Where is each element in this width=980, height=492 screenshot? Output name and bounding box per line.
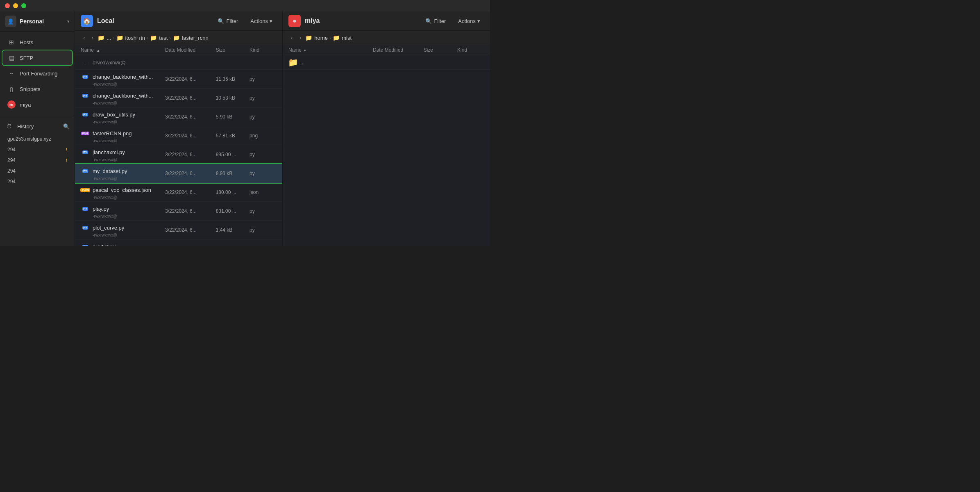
history-item-0[interactable]: gpu253.mistgpu.xyz <box>2 134 72 144</box>
app-body: 👤 Personal ▾ ⊞ Hosts ▤ SFTP ↔ Port Forwa… <box>0 11 490 246</box>
remote-host-icon: ● <box>288 15 301 27</box>
history-item-name-2: 294 <box>7 157 16 163</box>
file-icon-py: PY <box>81 90 90 101</box>
table-row[interactable]: PNG fasterRCNN.png -rwxrwxrwx@ 3/22/2024… <box>75 126 282 145</box>
panes: 🏠 Local 🔍 Filter Actions ▾ ‹ › 📁 ... <box>75 11 490 246</box>
table-row[interactable]: PY plot_curve.py -rwxrwxrwx@ 3/22/2024, … <box>75 221 282 239</box>
local-filter-button[interactable]: 🔍 Filter <box>213 16 242 26</box>
file-icon-py: PY <box>81 241 90 246</box>
sidebar-personal-header[interactable]: 👤 Personal ▾ <box>0 11 75 32</box>
table-row[interactable]: JSON pascal_voc_classes.json -rwxrwxrwx@… <box>75 183 282 202</box>
remote-back-button[interactable]: ‹ <box>288 34 295 42</box>
local-pane-toolbar: 🏠 Local 🔍 Filter Actions ▾ <box>75 11 282 31</box>
history-list: gpu253.mistgpu.xyz 294 ! 294 ! 294 294 <box>0 134 75 187</box>
sidebar: 👤 Personal ▾ ⊞ Hosts ▤ SFTP ↔ Port Forwa… <box>0 11 75 246</box>
search-icon: 🔍 <box>218 18 224 24</box>
remote-actions-button[interactable]: Actions ▾ <box>454 16 484 26</box>
table-row[interactable]: 📁 .. <box>283 55 490 70</box>
folder-parent-icon: 📁 <box>288 57 297 68</box>
local-host-icon: 🏠 <box>81 15 93 27</box>
sidebar-item-label-miya: miya <box>20 102 31 108</box>
personal-icon: 👤 <box>5 16 16 27</box>
local-column-headers: Name ▲ Date Modified Size Kind <box>75 45 282 55</box>
history-item-name-0: gpu253.mistgpu.xyz <box>7 136 51 142</box>
file-icon-json: JSON <box>81 184 90 195</box>
file-icon-py: PY <box>81 109 90 120</box>
local-breadcrumb-bar: ‹ › 📁 ... › 📁 itoshi rin › 📁 test › <box>75 31 282 45</box>
close-button[interactable] <box>5 3 10 8</box>
local-pane: 🏠 Local 🔍 Filter Actions ▾ ‹ › 📁 ... <box>75 11 283 246</box>
hosts-icon: ⊞ <box>7 38 16 46</box>
breadcrumb-sep-4: › <box>329 35 331 41</box>
local-actions-button[interactable]: Actions ▾ <box>246 16 277 26</box>
local-file-list: — drwxrwxrwx@ PY <box>75 55 282 246</box>
col-header-name[interactable]: Name ▲ <box>81 47 165 53</box>
search-icon: 🔍 <box>425 18 432 24</box>
remote-col-header-kind[interactable]: Kind <box>457 47 484 53</box>
remote-col-header-date[interactable]: Date Modified <box>373 47 424 53</box>
local-forward-button[interactable]: › <box>89 34 96 42</box>
history-item-2[interactable]: 294 ! <box>2 155 72 166</box>
history-section-header[interactable]: ⏱ History 🔍 <box>0 119 75 134</box>
maximize-button[interactable] <box>21 3 26 8</box>
sidebar-item-label-hosts: Hosts <box>20 39 33 46</box>
remote-pane-toolbar: ● miya 🔍 Filter Actions ▾ <box>283 11 490 31</box>
local-breadcrumb-test[interactable]: 📁 test <box>150 34 168 41</box>
breadcrumb-sep-3: › <box>169 35 171 41</box>
port-forwarding-icon: ↔ <box>7 69 16 77</box>
file-icon-py: PY <box>81 222 90 233</box>
history-icon: ⏱ <box>5 122 13 130</box>
file-icon-py: PY <box>81 203 90 214</box>
history-item-3[interactable]: 294 <box>2 166 72 176</box>
table-row[interactable]: PY change_backbone_with... -rwxrwxrwx@ 3… <box>75 89 282 107</box>
local-breadcrumb-ellipsis[interactable]: 📁 ... <box>98 34 111 41</box>
remote-pane: ● miya 🔍 Filter Actions ▾ ‹ › 📁 home <box>283 11 490 246</box>
history-item-1[interactable]: 294 ! <box>2 144 72 155</box>
sort-icon: ▲ <box>96 48 100 52</box>
personal-label: Personal <box>20 18 64 25</box>
history-item-name-4: 294 <box>7 179 16 184</box>
sidebar-item-sftp[interactable]: ▤ SFTP <box>2 50 72 65</box>
chevron-down-icon: ▾ <box>67 19 70 24</box>
history-item-badge-1: ! <box>66 147 67 152</box>
remote-file-list: 📁 .. <box>283 55 490 246</box>
remote-breadcrumb-mist[interactable]: 📁 mist <box>333 34 352 41</box>
miya-sidebar-icon: m <box>7 100 16 109</box>
local-host-name: Local <box>97 17 209 25</box>
table-row[interactable]: PY draw_box_utils.py -rwxrwxrwx@ 3/22/20… <box>75 107 282 126</box>
remote-host-name: miya <box>305 17 417 25</box>
table-row[interactable]: PY change_backbone_with... -rwxrwxrwx@ 3… <box>75 70 282 89</box>
col-header-size[interactable]: Size <box>216 47 250 53</box>
table-row[interactable]: PY predict.py -rwxrwxrwx@ 3/22/2024, 6..… <box>75 239 282 246</box>
chevron-down-icon: ▾ <box>270 18 272 24</box>
sftp-icon: ▤ <box>7 54 16 62</box>
local-breadcrumb-itoshi[interactable]: 📁 itoshi rin <box>116 34 145 41</box>
table-row[interactable]: — drwxrwxrwx@ <box>75 55 282 70</box>
minimize-button[interactable] <box>13 3 18 8</box>
sidebar-item-hosts[interactable]: ⊞ Hosts <box>2 35 72 50</box>
history-label: History <box>17 123 59 130</box>
remote-col-header-size[interactable]: Size <box>424 47 457 53</box>
sidebar-item-port-forwarding[interactable]: ↔ Port Forwarding <box>2 66 72 81</box>
history-search-icon[interactable]: 🔍 <box>63 123 70 130</box>
table-row[interactable]: PY play.py -rwxrwxrwx@ 3/22/2024, 6... 8… <box>75 202 282 221</box>
col-header-date[interactable]: Date Modified <box>165 47 216 53</box>
table-row[interactable]: PY my_dataset.py -rwxrwxrwx@ 3/22/2024, … <box>75 164 282 183</box>
table-row[interactable]: PY jianchaxml.py -rwxrwxrwx@ 3/22/2024, … <box>75 145 282 164</box>
sort-icon: ▾ <box>304 48 306 52</box>
snippets-icon: {} <box>7 85 16 93</box>
breadcrumb-sep-2: › <box>147 35 148 41</box>
folder-icon: — <box>81 57 90 68</box>
sidebar-item-miya[interactable]: m miya <box>2 97 72 112</box>
history-item-name-1: 294 <box>7 147 16 153</box>
local-back-button[interactable]: ‹ <box>81 34 88 42</box>
remote-breadcrumb-home[interactable]: 📁 home <box>305 34 328 41</box>
history-item-4[interactable]: 294 <box>2 176 72 187</box>
remote-forward-button[interactable]: › <box>297 34 304 42</box>
breadcrumb-sep-1: › <box>113 35 114 41</box>
remote-filter-button[interactable]: 🔍 Filter <box>421 16 450 26</box>
col-header-kind[interactable]: Kind <box>250 47 277 53</box>
sidebar-item-snippets[interactable]: {} Snippets <box>2 82 72 96</box>
remote-col-header-name[interactable]: Name ▾ <box>288 47 373 53</box>
local-breadcrumb-faster-rcnn[interactable]: 📁 faster_rcnn <box>173 34 209 41</box>
